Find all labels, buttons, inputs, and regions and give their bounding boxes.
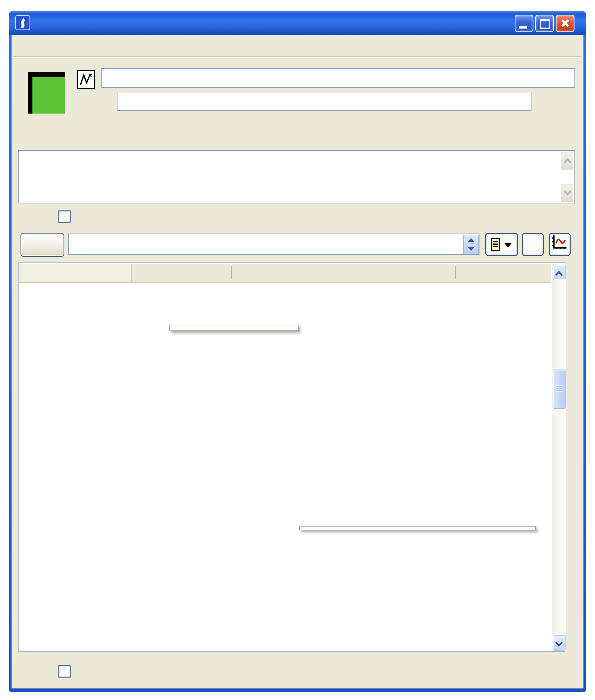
expression-scroll-up-button[interactable] <box>561 152 573 170</box>
slot-grid-icon <box>35 80 62 110</box>
date-spinner[interactable] <box>463 235 479 254</box>
table-header <box>19 264 551 283</box>
plot-view-button[interactable] <box>549 233 571 256</box>
spinner-up-icon <box>468 238 475 242</box>
scroll-date-input[interactable] <box>68 234 479 255</box>
chevron-up-icon <box>555 271 563 279</box>
chevron-up-icon <box>564 158 571 166</box>
minimize-icon <box>519 26 527 29</box>
chevron-down-icon <box>564 188 571 195</box>
list-view-button[interactable] <box>522 233 544 256</box>
scroll-button[interactable] <box>21 233 64 257</box>
titlebar[interactable] <box>9 11 586 35</box>
expression-editor[interactable] <box>18 150 575 203</box>
table-vertical-scrollbar[interactable] <box>552 264 566 651</box>
screen <box>0 0 595 700</box>
plot-thumbnail-icon[interactable] <box>77 70 95 89</box>
menu-bar <box>13 39 581 56</box>
maximize-button[interactable] <box>535 15 554 32</box>
scrollbar-thumb[interactable] <box>553 370 566 409</box>
plot-icon <box>550 233 568 252</box>
scroll-down-button[interactable] <box>553 635 566 650</box>
table-slot-icon <box>28 72 65 114</box>
expression-scroll-down-button[interactable] <box>561 184 573 202</box>
note-document-icon <box>491 238 500 251</box>
table-body <box>19 283 551 651</box>
context-menu <box>169 325 299 331</box>
dropdown-caret-icon <box>504 243 512 247</box>
slot-name-input[interactable] <box>102 68 575 88</box>
note-submenu <box>299 526 536 530</box>
menubar-separator <box>13 56 581 58</box>
scroll-up-button[interactable] <box>553 265 566 280</box>
close-button[interactable] <box>556 15 574 32</box>
minimize-button[interactable] <box>515 15 533 32</box>
comments-checkbox[interactable] <box>58 210 70 223</box>
riverware-app-icon <box>16 16 30 30</box>
description-checkbox[interactable] <box>58 665 70 677</box>
timeseries-table <box>18 262 565 652</box>
spinner-down-icon <box>468 247 475 251</box>
value-input[interactable] <box>117 92 532 111</box>
notes-menu-button[interactable] <box>485 233 518 256</box>
date-column-header[interactable] <box>19 264 132 282</box>
chevron-down-icon <box>555 639 563 646</box>
maximize-icon <box>540 19 550 29</box>
